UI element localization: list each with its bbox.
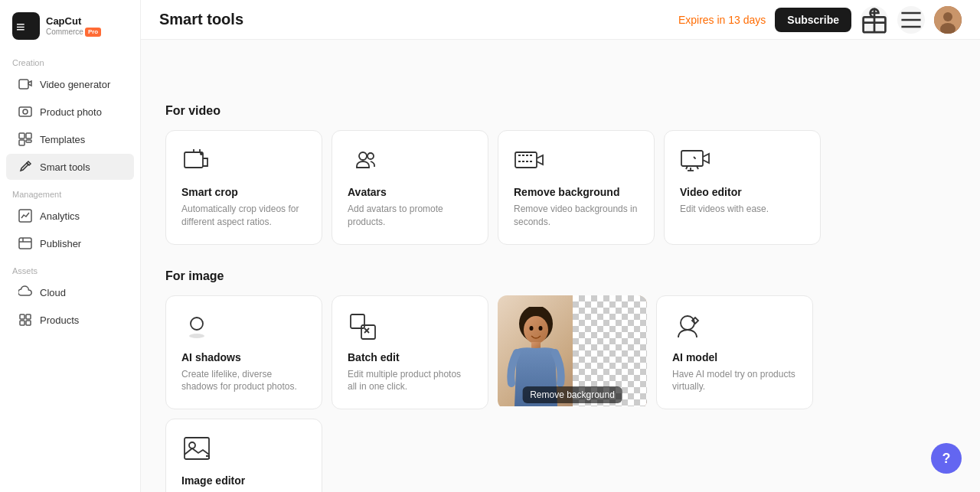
sidebar-item-label: Templates bbox=[40, 134, 85, 145]
content: For video Smart crop Automatically crop … bbox=[141, 86, 980, 492]
remove-background-video-icon bbox=[514, 146, 544, 177]
image-editor-icon bbox=[181, 435, 212, 465]
batch-edit-icon bbox=[348, 311, 378, 342]
image-editor-title: Image editor bbox=[181, 474, 306, 487]
batch-edit-desc: Edit multiple product photos all in one … bbox=[348, 368, 472, 394]
ai-shadows-icon bbox=[181, 311, 212, 342]
analytics-icon bbox=[18, 209, 32, 223]
svg-rect-23 bbox=[515, 152, 537, 168]
sidebar-item-label: Cloud bbox=[40, 287, 66, 298]
batch-edit-card[interactable]: Batch edit Edit multiple product photos … bbox=[332, 295, 488, 410]
header: Smart tools Expires in 13 days Subscribe bbox=[141, 0, 980, 40]
capcut-logo-icon: ≡ bbox=[12, 12, 40, 40]
sidebar-item-cloud[interactable]: Cloud bbox=[6, 279, 134, 305]
ai-shadows-title: AI shadows bbox=[181, 351, 306, 363]
logo: ≡ CapCut Commerce Pro bbox=[0, 0, 140, 49]
main-content: Smart tools Expires in 13 days Subscribe bbox=[141, 0, 980, 492]
section-label-assets: Assets bbox=[0, 257, 140, 279]
avatar[interactable] bbox=[934, 6, 962, 34]
pro-badge: Pro bbox=[85, 28, 101, 37]
remove-background-video-desc: Remove video backgrounds in seconds. bbox=[514, 203, 639, 229]
svg-point-36 bbox=[539, 326, 543, 331]
sidebar-item-label: Video generator bbox=[40, 79, 110, 90]
svg-rect-10 bbox=[19, 238, 31, 249]
image-cards-grid: AI shadows Create lifelike, diverse shad… bbox=[165, 295, 956, 492]
svg-point-20 bbox=[200, 152, 203, 155]
svg-rect-38 bbox=[185, 438, 209, 459]
sidebar: ≡ CapCut Commerce Pro Creation Video gen… bbox=[0, 0, 141, 492]
sidebar-item-label: Smart tools bbox=[40, 161, 90, 173]
image-editor-card[interactable]: Image editor Edit images and graphics ef… bbox=[165, 419, 322, 492]
video-editor-desc: Edit videos with ease. bbox=[680, 203, 805, 216]
ai-model-desc: Have AI model try on products virtually. bbox=[672, 368, 797, 394]
logo-text: CapCut Commerce Pro bbox=[46, 15, 101, 37]
svg-point-4 bbox=[23, 109, 28, 114]
sidebar-item-analytics[interactable]: Analytics bbox=[6, 203, 134, 229]
svg-rect-26 bbox=[681, 151, 703, 166]
svg-rect-8 bbox=[26, 140, 31, 142]
publisher-icon bbox=[18, 236, 32, 250]
section-label-creation: Creation bbox=[0, 49, 140, 70]
svg-point-22 bbox=[368, 153, 374, 159]
sidebar-item-label: Analytics bbox=[40, 210, 80, 222]
svg-point-29 bbox=[191, 318, 203, 330]
avatars-card[interactable]: Avatars Add avatars to promote products. bbox=[332, 130, 488, 245]
svg-rect-3 bbox=[19, 107, 31, 116]
svg-rect-7 bbox=[19, 140, 24, 145]
avatars-desc: Add avatars to promote products. bbox=[348, 203, 472, 229]
cloud-icon bbox=[18, 285, 32, 299]
svg-rect-5 bbox=[19, 133, 24, 138]
tools-icon bbox=[18, 160, 32, 174]
video-editor-title: Video editor bbox=[680, 186, 805, 198]
svg-point-34 bbox=[524, 316, 548, 344]
ai-shadows-desc: Create lifelike, diverse shadows for pro… bbox=[181, 368, 306, 394]
remove-background-image-label: Remove background bbox=[522, 386, 622, 403]
gift-icon-button[interactable] bbox=[861, 6, 888, 34]
menu-icon-button[interactable] bbox=[897, 6, 925, 34]
smart-crop-card[interactable]: Smart crop Automatically crop videos for… bbox=[165, 130, 322, 245]
video-editor-icon bbox=[680, 146, 710, 177]
sidebar-item-video-generator[interactable]: Video generator bbox=[6, 71, 134, 97]
svg-point-30 bbox=[189, 334, 204, 338]
ai-model-title: AI model bbox=[672, 351, 797, 363]
logo-name: CapCut bbox=[46, 15, 101, 28]
smart-crop-icon bbox=[181, 146, 212, 177]
ai-model-card[interactable]: AI model Have AI model try on products v… bbox=[656, 295, 813, 410]
logo-sub: Commerce Pro bbox=[46, 28, 101, 37]
photo-icon bbox=[18, 105, 32, 119]
smart-crop-desc: Automatically crop videos for different … bbox=[181, 203, 306, 229]
remove-background-video-card[interactable]: Remove background Remove video backgroun… bbox=[498, 130, 655, 245]
subscribe-button[interactable]: Subscribe bbox=[775, 8, 851, 32]
svg-rect-13 bbox=[20, 321, 24, 325]
sidebar-item-smart-tools[interactable]: Smart tools bbox=[6, 154, 134, 180]
ai-shadows-card[interactable]: AI shadows Create lifelike, diverse shad… bbox=[165, 295, 322, 410]
svg-rect-6 bbox=[26, 133, 31, 138]
sidebar-item-product-photo[interactable]: Product photo bbox=[6, 99, 134, 125]
ai-model-icon bbox=[672, 311, 703, 342]
svg-point-17 bbox=[943, 12, 952, 21]
svg-rect-2 bbox=[19, 80, 28, 89]
video-icon bbox=[18, 77, 32, 91]
page-title: Smart tools bbox=[159, 11, 243, 28]
avatars-icon bbox=[348, 146, 378, 177]
video-cards-grid: Smart crop Automatically crop videos for… bbox=[165, 130, 956, 245]
sidebar-item-label: Publisher bbox=[40, 238, 81, 249]
sidebar-item-products[interactable]: Products bbox=[6, 307, 134, 333]
help-button[interactable]: ? bbox=[931, 443, 962, 474]
svg-rect-31 bbox=[351, 314, 364, 328]
svg-point-21 bbox=[359, 152, 367, 160]
video-editor-card[interactable]: Video editor Edit videos with ease. bbox=[664, 130, 821, 245]
expires-text: Expires in 13 days bbox=[678, 14, 766, 26]
for-video-title: For video bbox=[165, 104, 956, 118]
products-icon bbox=[18, 313, 32, 327]
header-right: Expires in 13 days Subscribe bbox=[678, 6, 962, 34]
svg-point-39 bbox=[189, 442, 195, 448]
templates-icon bbox=[18, 132, 32, 146]
svg-point-35 bbox=[530, 326, 534, 331]
svg-rect-14 bbox=[26, 321, 31, 325]
remove-background-image-card[interactable]: Remove background bbox=[498, 295, 647, 410]
sidebar-item-publisher[interactable]: Publisher bbox=[6, 230, 134, 256]
for-image-title: For image bbox=[165, 269, 956, 283]
sidebar-item-templates[interactable]: Templates bbox=[6, 126, 134, 152]
avatars-title: Avatars bbox=[348, 186, 472, 198]
